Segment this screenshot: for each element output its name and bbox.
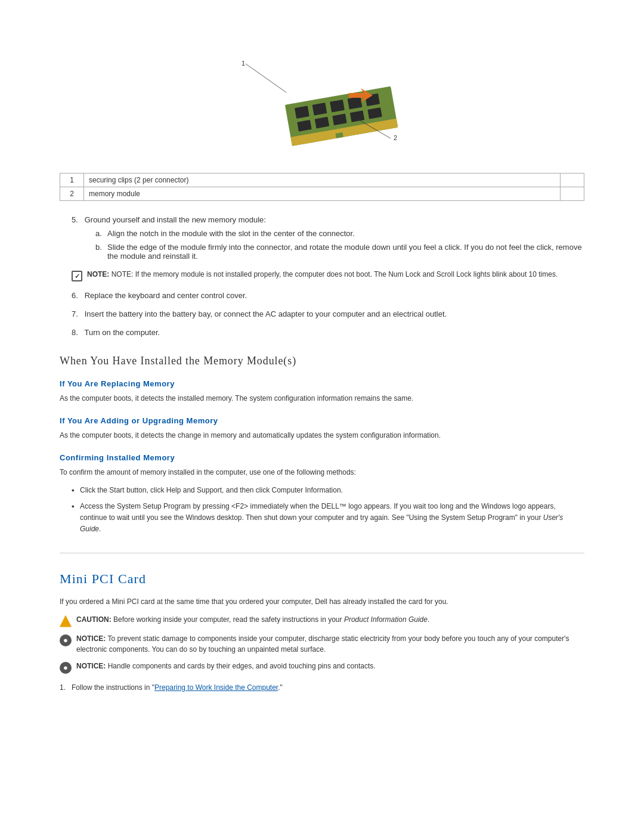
confirming-memory-heading: Confirming Installed Memory xyxy=(60,453,584,462)
bullet-item: Click the Start button, click Help and S… xyxy=(72,485,584,496)
sub-steps-list: Align the notch in the module with the s… xyxy=(72,229,584,261)
table-row: 2 memory module xyxy=(60,187,584,201)
mini-pci-intro: If you ordered a Mini PCI card at the sa… xyxy=(60,596,584,608)
adding-memory-heading: If You Are Adding or Upgrading Memory xyxy=(60,416,584,425)
confirming-intro: To confirm the amount of memory installe… xyxy=(60,467,584,478)
when-installed-heading: When You Have Installed the Memory Modul… xyxy=(60,355,584,367)
step-5: 5. Ground yourself and install the new m… xyxy=(60,215,584,261)
mini-pci-heading: Mini PCI Card xyxy=(60,571,584,587)
step-8: 8. Turn on the computer. xyxy=(60,328,584,337)
caution-text: CAUTION: Before working inside your comp… xyxy=(76,614,429,625)
adding-memory-text: As the computer boots, it detects the ch… xyxy=(60,430,584,441)
mini-pci-step-1: 1. Follow the instructions in "Preparing… xyxy=(60,683,584,692)
table-cell-label: securing clips (2 per connector) xyxy=(84,174,561,187)
note-text: NOTE: NOTE: If the memory module is not … xyxy=(87,270,584,278)
table-cell-num: 2 xyxy=(60,187,84,201)
caution-icon xyxy=(60,615,72,627)
memory-diagram: 1 2 xyxy=(233,24,411,155)
table-cell-num: 1 xyxy=(60,174,84,187)
step-label: 1. xyxy=(60,683,66,692)
notice1-icon: ● xyxy=(60,634,72,646)
caution-box: CAUTION: Before working inside your comp… xyxy=(60,614,584,627)
substep-b: Slide the edge of the module firmly into… xyxy=(107,243,584,261)
note-icon: ✓ xyxy=(72,271,82,281)
substep-a: Align the notch in the module with the s… xyxy=(107,229,584,238)
notice1-text: NOTICE: To prevent static damage to comp… xyxy=(76,633,584,655)
confirming-bullets: Click the Start button, click Help and S… xyxy=(60,485,584,535)
parts-table: 1 securing clips (2 per connector) 2 mem… xyxy=(60,173,584,201)
table-cell-ref xyxy=(561,187,584,201)
svg-text:2: 2 xyxy=(394,134,397,141)
svg-rect-3 xyxy=(312,103,327,116)
notice2-text: NOTICE: Handle components and cards by t… xyxy=(76,661,376,671)
svg-rect-5 xyxy=(348,97,363,110)
notice2-icon: ● xyxy=(60,662,72,674)
svg-text:1: 1 xyxy=(242,60,245,67)
section-divider xyxy=(60,553,584,553)
table-cell-ref xyxy=(561,174,584,187)
notice1-box: ● NOTICE: To prevent static damage to co… xyxy=(60,633,584,655)
table-row: 1 securing clips (2 per connector) xyxy=(60,174,584,187)
step-6: 6. Replace the keyboard and center contr… xyxy=(60,291,584,300)
mini-pci-steps: 1. Follow the instructions in "Preparing… xyxy=(60,683,584,692)
memory-diagram-section: 1 2 xyxy=(60,24,584,155)
note-box: ✓ NOTE: NOTE: If the memory module is no… xyxy=(72,270,584,281)
svg-rect-2 xyxy=(295,106,309,119)
svg-line-16 xyxy=(246,64,286,92)
page-content: 1 2 1 securing clips (2 per connector) 2… xyxy=(0,0,644,733)
svg-rect-4 xyxy=(330,100,345,113)
replacing-memory-text: As the computer boots, it detects the in… xyxy=(60,393,584,404)
notice2-box: ● NOTICE: Handle components and cards by… xyxy=(60,661,584,674)
replacing-memory-heading: If You Are Replacing Memory xyxy=(60,379,584,388)
bullet-item: Access the System Setup Program by press… xyxy=(72,501,584,535)
step-7: 7. Insert the battery into the battery b… xyxy=(60,309,584,318)
table-cell-label: memory module xyxy=(84,187,561,201)
preparing-link[interactable]: Preparing to Work Inside the Computer xyxy=(154,683,278,692)
